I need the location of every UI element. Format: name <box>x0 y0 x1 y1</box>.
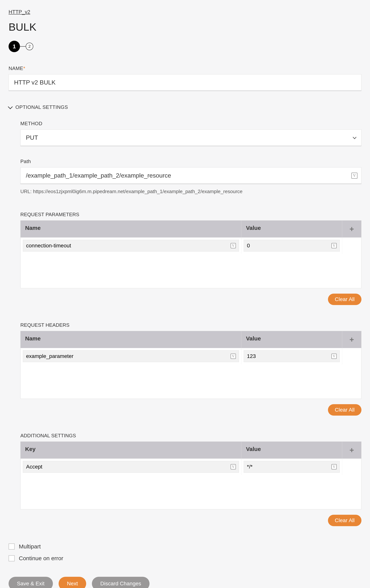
headers-col-name: Name <box>21 331 241 348</box>
optional-settings-label: OPTIONAL SETTINGS <box>15 104 68 110</box>
additional-settings-label: ADDITIONAL SETTINGS <box>20 433 361 439</box>
headers-clear-all-button[interactable]: Clear All <box>328 404 361 416</box>
table-empty-space <box>21 475 361 509</box>
method-label: METHOD <box>20 121 361 126</box>
params-col-value: Value <box>241 220 342 238</box>
chevron-down-icon <box>8 104 12 109</box>
header-name-input[interactable] <box>23 350 239 362</box>
request-params-table: Name Value + V V <box>20 220 361 288</box>
step-1[interactable]: 1 <box>9 41 20 52</box>
next-button[interactable]: Next <box>59 577 86 588</box>
params-clear-all-button[interactable]: Clear All <box>328 294 361 305</box>
additional-col-key: Key <box>21 442 241 459</box>
save-exit-button[interactable]: Save & Exit <box>9 577 53 588</box>
additional-clear-all-button[interactable]: Clear All <box>328 515 361 526</box>
headers-col-value: Value <box>241 331 342 348</box>
table-row: V V <box>21 459 361 475</box>
additional-col-value: Value <box>241 442 342 459</box>
multipart-checkbox[interactable] <box>9 544 15 550</box>
variable-icon[interactable]: V <box>231 243 236 248</box>
params-col-name: Name <box>21 220 241 238</box>
additional-add-row[interactable]: + <box>342 442 361 459</box>
param-value-input[interactable] <box>244 240 340 252</box>
url-hint: URL: https://eos1zjxpml0ig6m.m.pipedream… <box>20 189 361 194</box>
stepper: 1 2 <box>9 41 361 52</box>
request-params-label: REQUEST PARAMETERS <box>20 212 361 218</box>
step-connector <box>20 46 26 47</box>
table-row: V V <box>21 238 361 254</box>
breadcrumb-link[interactable]: HTTP_v2 <box>9 9 30 15</box>
continue-on-error-label: Continue on error <box>19 555 63 562</box>
param-name-input[interactable] <box>23 240 239 252</box>
variable-icon[interactable]: V <box>231 464 236 470</box>
variable-icon[interactable]: V <box>231 354 236 359</box>
path-value: /example_path_1/example_path_2/example_r… <box>26 172 171 179</box>
chevron-down-icon <box>353 135 357 139</box>
table-empty-space <box>21 364 361 399</box>
multipart-label: Multipart <box>19 543 41 550</box>
additional-settings-table: Key Value + V V <box>20 441 361 509</box>
headers-add-row[interactable]: + <box>342 331 361 348</box>
additional-key-input[interactable] <box>23 461 239 473</box>
params-row-action[interactable] <box>342 238 361 254</box>
discard-changes-button[interactable]: Discard Changes <box>92 577 150 588</box>
request-headers-label: REQUEST HEADERS <box>20 322 361 328</box>
table-empty-space <box>21 254 361 288</box>
variable-icon[interactable]: V <box>331 464 337 470</box>
request-headers-table: Name Value + V V <box>20 331 361 399</box>
additional-value-input[interactable] <box>244 461 340 473</box>
headers-row-action[interactable] <box>342 348 361 364</box>
step-2[interactable]: 2 <box>26 43 33 50</box>
path-label: Path <box>20 158 361 164</box>
page-title: BULK <box>9 21 361 33</box>
additional-row-action[interactable] <box>342 459 361 475</box>
variable-icon[interactable]: V <box>331 243 337 248</box>
table-row: V V <box>21 348 361 364</box>
header-value-input[interactable] <box>244 350 340 362</box>
optional-settings-toggle[interactable]: OPTIONAL SETTINGS <box>9 104 361 110</box>
name-input[interactable] <box>9 74 361 91</box>
name-label: NAME* <box>9 65 361 71</box>
continue-on-error-checkbox[interactable] <box>9 555 15 561</box>
method-select[interactable]: PUT <box>20 129 361 146</box>
variable-icon[interactable]: V <box>351 173 358 179</box>
variable-icon[interactable]: V <box>331 354 337 359</box>
method-value: PUT <box>26 134 38 141</box>
path-input[interactable]: /example_path_1/example_path_2/example_r… <box>20 167 361 184</box>
params-add-row[interactable]: + <box>342 220 361 238</box>
